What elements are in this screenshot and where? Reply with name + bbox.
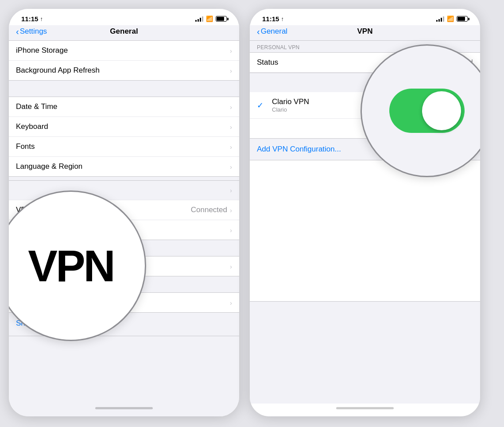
chevron-icon: ›	[230, 143, 232, 151]
right-phone: 11:15 ↑ 📶 ‹ General VPN	[250, 9, 480, 416]
left-back-label: Settings	[20, 27, 47, 36]
left-status-bar: 11:15 ↑ 📶	[9, 9, 239, 25]
vpn-toggle[interactable]	[389, 89, 465, 133]
chevron-icon: ›	[230, 67, 232, 74]
bg-refresh-value: ›	[230, 67, 232, 74]
chevron-icon: ›	[230, 263, 232, 270]
keyboard-value: ›	[230, 123, 232, 131]
home-bar	[336, 407, 394, 409]
left-nav-bar: ‹ Settings General	[9, 25, 239, 41]
chevron-icon: ›	[230, 163, 232, 171]
bg-refresh-label: Background App Refresh	[16, 66, 100, 75]
right-status-icons: 📶	[436, 16, 468, 22]
vpn-value: Connected ›	[191, 206, 232, 214]
right-location-icon: ↑	[281, 16, 284, 22]
chevron-icon: ›	[230, 123, 232, 131]
fonts-label: Fonts	[16, 142, 35, 151]
list-item-iphone-storage[interactable]: iPhone Storage ›	[9, 41, 239, 61]
left-nav-title: General	[110, 27, 138, 36]
battery-icon	[216, 16, 227, 22]
wifi-icon: 📶	[447, 16, 454, 22]
vpn-status-text: Connected	[191, 206, 227, 214]
left-status-icons: 📶	[195, 16, 227, 22]
left-back-button[interactable]: ‹ Settings	[16, 27, 47, 36]
left-time: 11:15	[21, 15, 38, 23]
chevron-icon: ›	[230, 299, 232, 307]
group-datetime: Date & Time › Keyboard › Fonts ›	[9, 97, 239, 177]
chevron-icon: ›	[230, 206, 232, 214]
chevron-icon: ›	[230, 103, 232, 111]
right-status-bar: 11:15 ↑ 📶	[250, 9, 480, 25]
list-item-bg-refresh[interactable]: Background App Refresh ›	[9, 61, 239, 80]
left-phone: 11:15 ↑ 📶 ‹ Settings General	[9, 9, 239, 416]
status-label: Status	[257, 58, 278, 67]
vpn-overlay-text: VPN	[28, 241, 114, 291]
language-label: Language & Region	[16, 162, 82, 171]
right-back-button[interactable]: ‹ General	[257, 27, 287, 36]
chevron-icon: ›	[230, 186, 232, 194]
left-home-indicator	[9, 404, 239, 416]
language-value: ›	[230, 163, 232, 171]
list-item-keyboard[interactable]: Keyboard ›	[9, 117, 239, 137]
keyboard-label: Keyboard	[16, 122, 48, 131]
right-time: 11:15	[262, 15, 279, 23]
right-nav-title: VPN	[357, 27, 373, 36]
chevron-icon: ›	[230, 226, 232, 234]
right-back-label: General	[261, 27, 287, 36]
right-home-indicator	[250, 404, 480, 416]
toggle-knob	[422, 91, 461, 130]
left-location-icon: ↑	[40, 16, 43, 22]
datetime-value: ›	[230, 103, 232, 111]
iphone-storage-label: iPhone Storage	[16, 46, 68, 55]
datetime-label: Date & Time	[16, 102, 58, 111]
signal-icon	[195, 16, 203, 22]
iphone-storage-value: ›	[230, 47, 232, 54]
home-bar	[95, 407, 153, 409]
legal-value: ›	[230, 263, 232, 270]
vpn-empty-section	[250, 160, 480, 302]
ios-profile-value: ›	[230, 226, 232, 234]
battery-icon	[457, 16, 468, 22]
group-storage: iPhone Storage › Background App Refresh …	[9, 41, 239, 81]
signal-icon	[436, 16, 444, 22]
gap2	[9, 177, 239, 180]
gap1	[9, 81, 239, 97]
reset-value: ›	[230, 299, 232, 307]
vpn-checkmark-icon: ✓	[257, 101, 266, 110]
bottom-group	[9, 336, 239, 340]
list-item-fonts[interactable]: Fonts ›	[9, 137, 239, 157]
list-item-datetime[interactable]: Date & Time ›	[9, 97, 239, 117]
fonts-value: ›	[230, 143, 232, 151]
left-back-chevron-icon: ‹	[16, 27, 19, 36]
right-nav-bar: ‹ General VPN	[250, 25, 480, 41]
chevron-icon: ›	[230, 47, 232, 54]
list-item-language[interactable]: Language & Region ›	[9, 157, 239, 176]
wifi-icon: 📶	[206, 16, 213, 22]
right-back-chevron-icon: ‹	[257, 27, 260, 36]
